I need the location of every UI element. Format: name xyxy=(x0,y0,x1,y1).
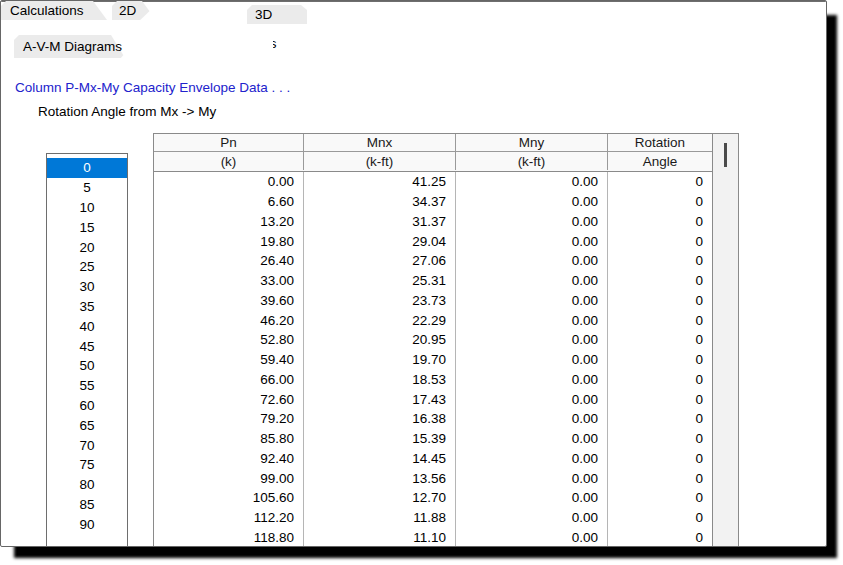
table-cell: 0.00 xyxy=(456,528,608,548)
angle-list-item[interactable]: 5 xyxy=(47,178,127,198)
header-name-row: Pn Mnx Mny Rotation xyxy=(154,134,712,152)
angle-list[interactable]: 051015202530354045505560657075808590 xyxy=(46,153,128,547)
angle-list-item[interactable]: 15 xyxy=(47,217,127,237)
capacity-table-header: Pn Mnx Mny Rotation (k) (k-ft) (k-ft) An… xyxy=(153,133,713,172)
table-cell: 31.37 xyxy=(304,212,456,232)
table-cell: 0 xyxy=(608,330,712,350)
table-cell: 118.80 xyxy=(154,528,304,548)
tab-avm-diagrams[interactable]: A-V-M Diagrams xyxy=(14,35,125,58)
angle-list-item[interactable]: 60 xyxy=(47,396,127,416)
table-cell: 26.40 xyxy=(154,251,304,271)
table-cell: 0.00 xyxy=(456,192,608,212)
table-cell: 0 xyxy=(608,192,712,212)
table-cell: 0 xyxy=(608,508,712,528)
tab-label: Calculations xyxy=(1,1,107,20)
tab-calculations[interactable]: Calculations xyxy=(1,1,107,20)
table-row: 13.2031.370.000 xyxy=(154,212,712,232)
header-unit-row: (k) (k-ft) (k-ft) Angle xyxy=(154,152,712,170)
table-cell: 0.00 xyxy=(456,310,608,330)
angle-list-item[interactable]: 25 xyxy=(47,257,127,277)
angle-list-item[interactable]: 0 xyxy=(47,158,127,178)
table-cell: 0 xyxy=(608,409,712,429)
table-cell: 20.95 xyxy=(304,330,456,350)
angle-list-item[interactable]: 35 xyxy=(47,297,127,317)
tab-3d[interactable]: 3D xyxy=(247,5,307,24)
table-cell: 92.40 xyxy=(154,449,304,469)
table-row: 105.6012.700.000 xyxy=(154,488,712,508)
col-unit-mny: (k-ft) xyxy=(456,152,608,170)
tab-diagrams[interactable]: Diagrams xyxy=(135,2,245,25)
table-cell: 0.00 xyxy=(456,429,608,449)
table-row: 6.6034.370.000 xyxy=(154,192,712,212)
angle-list-item[interactable]: 80 xyxy=(47,475,127,495)
table-vertical-scrollbar[interactable] xyxy=(712,133,739,547)
angle-list-item[interactable]: 70 xyxy=(47,435,127,455)
table-row: 19.8029.040.000 xyxy=(154,231,712,251)
col-header-pn: Pn xyxy=(154,134,304,151)
table-cell: 0.00 xyxy=(456,449,608,469)
table-cell: 0.00 xyxy=(456,291,608,311)
dialog-window: Calculations 2D Diagrams 3D A-V-M Diagra… xyxy=(0,0,827,547)
table-cell: 112.20 xyxy=(154,508,304,528)
table-cell: 99.00 xyxy=(154,468,304,488)
table-cell: 0.00 xyxy=(456,508,608,528)
table-row: 66.0018.530.000 xyxy=(154,370,712,390)
table-cell: 0.00 xyxy=(456,271,608,291)
table-cell: 16.38 xyxy=(304,409,456,429)
table-cell: 0 xyxy=(608,212,712,232)
angle-list-item[interactable]: 40 xyxy=(47,316,127,336)
table-cell: 41.25 xyxy=(304,172,456,192)
table-cell: 0.00 xyxy=(456,231,608,251)
table-cell: 0 xyxy=(608,429,712,449)
angle-list-item[interactable]: 55 xyxy=(47,376,127,396)
tab-pn-mnx-mny-values[interactable]: Pn-Mnx-Mny Values xyxy=(120,31,273,59)
table-row: 92.4014.450.000 xyxy=(154,449,712,469)
col-unit-pn: (k) xyxy=(154,152,304,170)
table-cell: 39.60 xyxy=(154,291,304,311)
table-cell: 27.06 xyxy=(304,251,456,271)
table-cell: 18.53 xyxy=(304,370,456,390)
angle-list-item[interactable]: 75 xyxy=(47,455,127,475)
scrollbar-thumb[interactable] xyxy=(724,143,727,167)
table-cell: 19.70 xyxy=(304,350,456,370)
table-cell: 79.20 xyxy=(154,409,304,429)
table-cell: 0.00 xyxy=(456,370,608,390)
table-cell: 0.00 xyxy=(456,389,608,409)
rotation-angle-label: Rotation Angle from Mx -> My xyxy=(38,104,216,119)
col-unit-rotation: Angle xyxy=(608,152,712,170)
tab-shape xyxy=(120,31,273,59)
angle-list-item[interactable]: 85 xyxy=(47,495,127,515)
col-unit-mnx: (k-ft) xyxy=(304,152,456,170)
angle-list-item[interactable]: 90 xyxy=(47,514,127,534)
col-header-rotation: Rotation xyxy=(608,134,712,151)
angle-list-item[interactable]: 65 xyxy=(47,415,127,435)
table-row: 26.4027.060.000 xyxy=(154,251,712,271)
page-title: Column P-Mx-My Capacity Envelope Data . … xyxy=(15,80,290,95)
table-cell: 11.88 xyxy=(304,508,456,528)
table-cell: 19.80 xyxy=(154,231,304,251)
angle-list-item[interactable]: 45 xyxy=(47,336,127,356)
angle-list-item[interactable]: 20 xyxy=(47,237,127,257)
table-cell: 0 xyxy=(608,310,712,330)
table-row: 0.0041.250.000 xyxy=(154,172,712,192)
table-cell: 0.00 xyxy=(456,212,608,232)
capacity-table: Pn Mnx Mny Rotation (k) (k-ft) (k-ft) An… xyxy=(153,133,739,547)
angle-list-item[interactable]: 50 xyxy=(47,356,127,376)
table-cell: 0.00 xyxy=(456,350,608,370)
table-row: 112.2011.880.000 xyxy=(154,508,712,528)
table-cell: 0 xyxy=(608,251,712,271)
table-cell: 52.80 xyxy=(154,330,304,350)
angle-list-item[interactable]: 30 xyxy=(47,277,127,297)
table-cell: 59.40 xyxy=(154,350,304,370)
table-cell: 0 xyxy=(608,271,712,291)
table-row: 33.0025.310.000 xyxy=(154,271,712,291)
table-cell: 25.31 xyxy=(304,271,456,291)
table-cell: 23.73 xyxy=(304,291,456,311)
table-cell: 33.00 xyxy=(154,271,304,291)
angle-list-item[interactable]: 10 xyxy=(47,198,127,218)
table-cell: 13.20 xyxy=(154,212,304,232)
table-row: 59.4019.700.000 xyxy=(154,350,712,370)
col-header-mny: Mny xyxy=(456,134,608,151)
table-cell: 0 xyxy=(608,488,712,508)
table-cell: 0.00 xyxy=(456,468,608,488)
